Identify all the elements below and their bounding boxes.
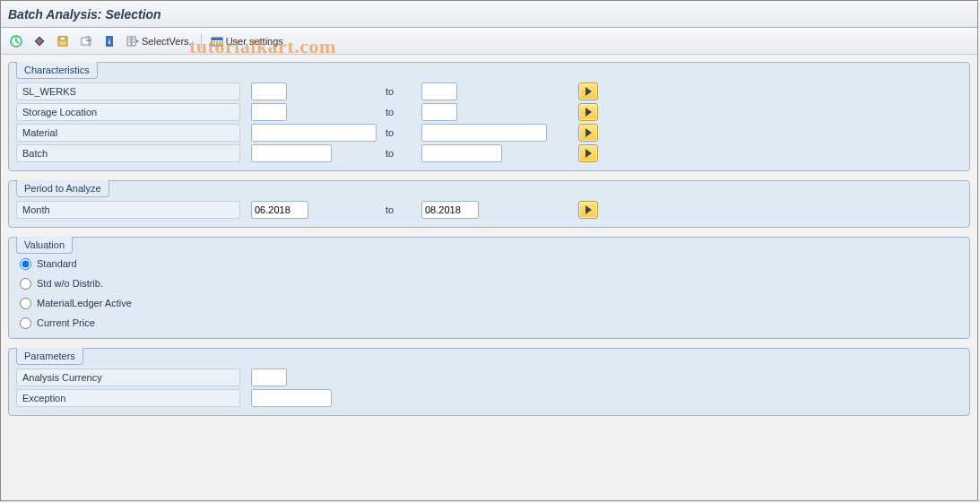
- info-button[interactable]: i: [100, 31, 119, 51]
- group-valuation: Valuation Standard Std w/o Distrib. Mate…: [8, 237, 970, 339]
- multi-select-month[interactable]: [578, 201, 598, 219]
- svg-rect-6: [60, 37, 65, 40]
- toolbar-separator: [201, 33, 202, 49]
- input-analysis-currency[interactable]: [251, 369, 287, 386]
- input-month-to[interactable]: [421, 201, 479, 219]
- arrow-right-icon: [585, 149, 592, 158]
- svg-line-2: [16, 41, 19, 43]
- radio-std-wo-distrib[interactable]: [20, 278, 31, 290]
- drilldown-button[interactable]: [30, 31, 49, 51]
- multi-select-stloc[interactable]: [578, 103, 598, 121]
- group-characteristics: Characteristics SL_WERKS to Storage Loca…: [8, 62, 970, 171]
- arrow-right-icon: [585, 205, 592, 214]
- user-settings-label: User settings: [226, 36, 283, 47]
- user-settings-button[interactable]: User settings: [207, 31, 287, 51]
- radio-standard[interactable]: [20, 258, 31, 270]
- input-stloc-from[interactable]: [251, 103, 287, 121]
- svg-rect-19: [212, 38, 222, 40]
- label-batch: Batch: [16, 144, 240, 162]
- svg-rect-12: [132, 37, 135, 46]
- multi-select-sl-werks[interactable]: [578, 82, 598, 100]
- save-button[interactable]: [53, 31, 73, 51]
- group-characteristics-title: Characteristics: [16, 62, 98, 79]
- group-valuation-title: Valuation: [16, 237, 73, 254]
- page-title: Batch Analysis: Selection: [8, 7, 161, 22]
- arrow-right-icon: [585, 128, 592, 137]
- select-version-button[interactable]: SelectVers.: [123, 31, 195, 51]
- group-period-title: Period to Analyze: [16, 180, 109, 197]
- select-version-label: SelectVers.: [142, 36, 192, 47]
- group-period: Period to Analyze Month to: [8, 180, 970, 228]
- input-sl-werks-to[interactable]: [421, 82, 457, 100]
- svg-rect-20: [213, 41, 215, 45]
- arrow-right-icon: [585, 108, 592, 117]
- label-exception: Exception: [16, 389, 240, 407]
- group-parameters-title: Parameters: [16, 348, 83, 365]
- group-parameters: Parameters Analysis Currency Exception: [8, 348, 970, 416]
- svg-rect-21: [216, 41, 218, 45]
- to-label: to: [386, 107, 421, 117]
- radio-material-ledger-label: MaterialLedger Active: [37, 298, 132, 308]
- variant-button[interactable]: [76, 31, 96, 51]
- svg-marker-17: [136, 39, 139, 43]
- arrow-right-icon: [585, 87, 592, 96]
- to-label: to: [386, 204, 421, 215]
- label-sl-werks: SL_WERKS: [16, 82, 240, 100]
- radio-current-price-label: Current Price: [37, 317, 95, 328]
- label-analysis-currency: Analysis Currency: [16, 369, 240, 386]
- execute-button[interactable]: [6, 31, 26, 51]
- svg-rect-7: [82, 38, 89, 45]
- toolbar: i SelectVers. User settings: [1, 28, 977, 55]
- input-sl-werks-from[interactable]: [251, 82, 287, 100]
- to-label: to: [386, 127, 421, 138]
- radio-material-ledger[interactable]: [20, 298, 31, 309]
- title-bar: Batch Analysis: Selection: [1, 1, 977, 28]
- label-material: Material: [16, 124, 240, 142]
- input-material-from[interactable]: [251, 124, 377, 142]
- label-month: Month: [16, 201, 240, 219]
- multi-select-material[interactable]: [578, 124, 598, 142]
- svg-rect-11: [127, 37, 131, 46]
- svg-rect-22: [219, 41, 221, 45]
- to-label: to: [386, 86, 421, 97]
- label-storage-location: Storage Location: [16, 103, 240, 121]
- input-month-from[interactable]: [251, 201, 308, 219]
- radio-standard-label: Standard: [37, 258, 77, 269]
- multi-select-batch[interactable]: [578, 144, 598, 162]
- input-batch-to[interactable]: [421, 144, 502, 162]
- to-label: to: [386, 148, 421, 159]
- input-material-to[interactable]: [421, 124, 547, 142]
- radio-std-wo-distrib-label: Std w/o Distrib.: [37, 278, 103, 289]
- input-batch-from[interactable]: [251, 144, 332, 162]
- input-exception[interactable]: [251, 389, 332, 407]
- input-stloc-to[interactable]: [421, 103, 457, 121]
- radio-current-price[interactable]: [20, 317, 31, 329]
